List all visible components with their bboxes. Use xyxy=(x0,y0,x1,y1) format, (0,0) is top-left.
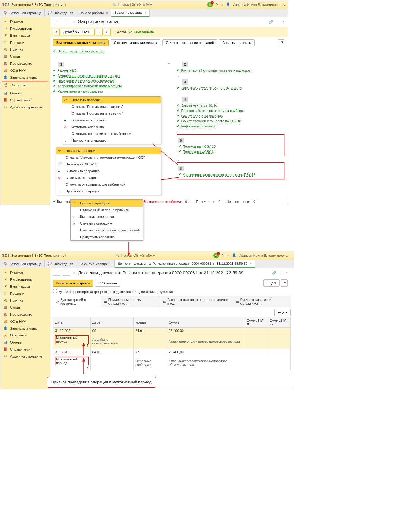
mi-cancel-after[interactable]: Отменить операции после выбранной xyxy=(62,130,161,137)
sidebar-item-manager[interactable]: ↗Руководителю xyxy=(0,25,50,32)
sidebar-item-reports[interactable]: 📊Отчеты xyxy=(0,89,50,97)
op-deferred-pbu18[interactable]: Расчет отложенного налога по ПБУ 18 xyxy=(181,119,241,123)
search-input[interactable] xyxy=(118,2,160,7)
sidebar-item-main[interactable]: ≡Главное xyxy=(0,18,50,25)
op-loss[interactable]: Перенос убытков по налогу на прибыль xyxy=(181,109,244,112)
op-rent-nu[interactable]: Признание в НУ арендных платежей xyxy=(58,79,115,83)
mi2-open-amort[interactable]: Открыть "Изменение элементов амортизации… xyxy=(56,154,161,161)
star-icon[interactable]: ☆ xyxy=(73,20,76,24)
more-icon[interactable]: ⋮ xyxy=(276,20,280,24)
tab-start[interactable]: Начало работы× xyxy=(76,9,111,17)
mi-exec[interactable]: ▸Выполнить операцию xyxy=(62,117,161,124)
sidebar-item-warehouse[interactable]: 🏬Склад xyxy=(0,53,50,60)
sb2-manager[interactable]: ↗Руководителю xyxy=(0,276,50,283)
sidebar-item-payroll[interactable]: 👤Зарплата и кадры xyxy=(0,74,50,81)
more-icon[interactable]: ⋮ xyxy=(279,271,283,275)
star-icon[interactable]: ☆ xyxy=(73,271,76,275)
op-indirect[interactable]: Расчет долей списания косвенных расходов xyxy=(181,69,251,72)
menu-icon[interactable]: ≡ xyxy=(284,3,286,6)
op-amort[interactable]: Амортизация и износ основных средств xyxy=(58,74,120,78)
nav-back[interactable]: ← xyxy=(53,19,60,25)
mi2-cancel-after[interactable]: Отменить операции после выбранной xyxy=(56,181,161,188)
sidebar-item-sales[interactable]: 🛒Продажи xyxy=(0,39,50,46)
mi3-deferred[interactable]: Отложенный налог на прибыль xyxy=(71,207,143,213)
table-row[interactable]: Межотчетный период1 Арендные обязательст… xyxy=(53,334,291,349)
sidebar-item-operations[interactable]: ДтКтОперации xyxy=(2,81,48,89)
mi3-exec[interactable]: ▸Выполнить операцию xyxy=(71,213,143,220)
refcalc-button[interactable]: Справки - расчеты xyxy=(219,39,255,46)
mi3-cancel-after[interactable]: Отменить операции после выбранной xyxy=(71,227,143,234)
global-search-2[interactable]: 🔍 xyxy=(66,253,213,258)
save-close-button[interactable]: Записать и закрыть xyxy=(53,280,93,287)
user-icon[interactable]: 👤 xyxy=(226,2,230,6)
tab-home[interactable]: 🏠 Начальная страница xyxy=(0,9,45,17)
sb2-catalogs[interactable]: 📕Справочники xyxy=(0,346,50,353)
op-correct-cost[interactable]: Корректировка стоимости номенклатуры xyxy=(58,84,122,88)
subtab-accounting[interactable]: Дт Бухгалтерский и налогов… xyxy=(53,296,101,307)
tab2-movements[interactable]: Движения документа: Регламентная операци… xyxy=(115,260,255,268)
subtab-deferred-assets[interactable]: ▦ Расчет отложенных налоговых активов и … xyxy=(160,296,233,307)
sb2-reports[interactable]: 📊Отчеты xyxy=(0,339,50,346)
cancel-button[interactable]: Отменить закрытие месяца xyxy=(111,39,160,46)
sb2-main[interactable]: ≡Главное xyxy=(0,269,50,276)
tab2-closing[interactable]: Закрытие месяца× xyxy=(76,260,115,268)
op-profit-tax[interactable]: Расчет налога на прибыль xyxy=(181,114,223,118)
op-fsbu25[interactable]: Переход на ФСБУ 25 xyxy=(183,145,216,148)
mi2-skip[interactable]: ↓Пропустить операцию xyxy=(56,188,161,195)
mi-show-entries[interactable]: ДтПоказать проводки xyxy=(62,97,161,103)
sb2-assets[interactable]: 🚚ОС и НМА xyxy=(0,318,50,325)
table-row[interactable]: 31.12.202184.017726 400,00 xyxy=(53,349,291,355)
op-reform[interactable]: Реформация баланса xyxy=(181,124,216,128)
star-icon[interactable]: ☆ xyxy=(227,253,230,257)
table-row[interactable]: 31.12.20210984.0126 400,00 xyxy=(53,328,291,334)
mi-open-rent[interactable]: Открыть "Поступление в аренду" xyxy=(62,103,161,110)
nav-fwd[interactable]: → xyxy=(63,19,70,25)
nav2-back[interactable]: ← xyxy=(53,270,60,276)
bell-icon[interactable]: 🔔1 xyxy=(207,2,213,7)
op-correct-deferred[interactable]: Корректировка отложенного налога по ПБУ … xyxy=(183,173,255,177)
help-button[interactable]: ? xyxy=(278,39,284,46)
tab-closing[interactable]: Закрытие месяца× xyxy=(111,9,150,17)
more-button-grid[interactable]: Еще ▾ xyxy=(274,309,291,316)
sidebar-item-purchases[interactable]: 🛍Покупки xyxy=(0,46,50,53)
sb2-operations[interactable]: ДтОперации xyxy=(0,332,50,339)
mi3-show-entries[interactable]: ДтПоказать проводки xyxy=(71,200,143,207)
sidebar-item-catalogs[interactable]: 📕Справочники xyxy=(0,97,50,104)
report-button[interactable]: Отчет о выполнении операций xyxy=(162,39,217,46)
menu-icon[interactable]: ≡ xyxy=(290,254,292,257)
sidebar-item-admin[interactable]: ⚙Администрирование xyxy=(0,104,50,111)
search-input-2[interactable] xyxy=(121,253,164,258)
sb2-production[interactable]: 🏭Производство xyxy=(0,311,50,318)
more-button[interactable]: Еще ▾ xyxy=(263,279,280,287)
manual-correction-checkbox[interactable] xyxy=(53,289,57,293)
period-prev[interactable]: < xyxy=(53,28,60,35)
period-picker[interactable]: … xyxy=(96,28,103,35)
sidebar-item-production[interactable]: 🏭Производство xyxy=(0,60,50,67)
subtab-deferred-indicators[interactable]: ▦ Расчет показателей отложенног… xyxy=(233,296,291,307)
mi2-show-entries[interactable]: ДтПоказать проводки xyxy=(56,147,161,154)
sb2-purchases[interactable]: 🛍Покупки xyxy=(0,297,50,304)
sb2-admin[interactable]: ⚙Администрирование xyxy=(0,353,50,360)
mi2-cancel[interactable]: ⦸Отменить операцию xyxy=(56,174,161,181)
star-icon[interactable]: ☆ xyxy=(220,2,224,6)
mi-skip[interactable]: ↓Пропустить операцию xyxy=(62,137,161,144)
mi2-fsbu6[interactable]: 📄Переход на ФСБУ 6 xyxy=(56,161,161,168)
mi3-skip[interactable]: ↓Пропустить операцию xyxy=(71,234,143,240)
bell-icon-2[interactable]: 🔔2 xyxy=(213,253,219,258)
entries-grid[interactable]: Дата Дебет Кредит Сумма Сумма НУ Дт Сумм… xyxy=(53,317,291,370)
nav2-fwd[interactable]: → xyxy=(63,270,70,276)
help-button-2[interactable]: ? xyxy=(281,279,288,287)
global-search[interactable]: 🔍 xyxy=(66,2,207,7)
period-input[interactable] xyxy=(61,28,95,35)
close-icon[interactable]: × xyxy=(283,20,284,24)
sidebar-item-bank[interactable]: ₽Банк и касса xyxy=(0,32,50,39)
tab2-home[interactable]: 🏠 Начальная страница xyxy=(0,260,45,268)
link-icon[interactable]: 🔗 xyxy=(272,271,276,275)
mi-cancel[interactable]: ⦸Отменить операцию xyxy=(62,124,161,130)
op-close20[interactable]: Закрытие счетов 20, 23, 25, 26, 28 и 29 xyxy=(181,86,242,90)
sb2-bank[interactable]: ₽Банк и касса xyxy=(0,283,50,290)
user-icon[interactable]: 👤 xyxy=(232,253,236,257)
mi3-cancel[interactable]: ⦸Отменить операцию xyxy=(71,220,143,227)
mi2-exec[interactable]: ▸Выполнить операцию xyxy=(56,168,161,174)
op-fsbu6[interactable]: Переход на ФСБУ 6 xyxy=(183,150,214,154)
